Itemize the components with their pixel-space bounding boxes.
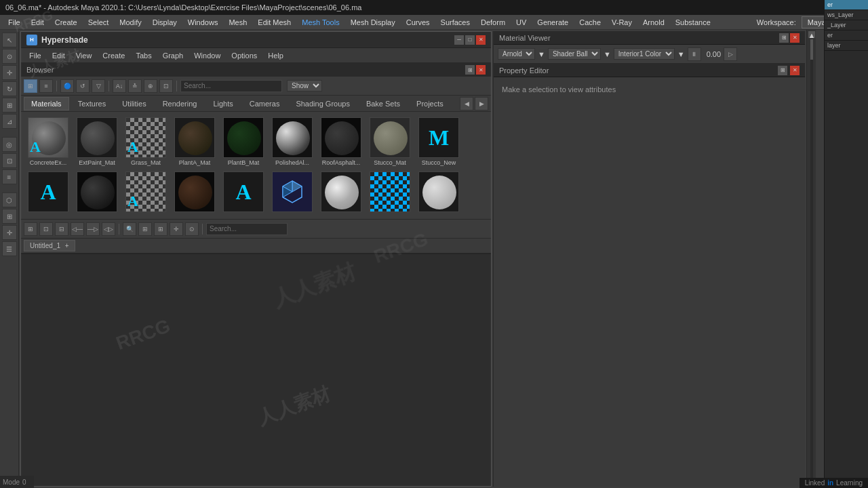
tab-materials[interactable]: Materials	[24, 97, 69, 110]
rotate-tool-btn[interactable]: ↻	[2, 81, 17, 96]
graph-search-input[interactable]	[206, 223, 288, 235]
create-material-btn[interactable]: 🔵	[60, 79, 74, 93]
material-item-stucco-new[interactable]: M Stucco_New	[414, 115, 463, 169]
hs-menu-file[interactable]: File	[24, 50, 47, 61]
channel-box-item-4[interactable]: layer	[825, 41, 868, 51]
shelf-btn[interactable]: ⊞	[2, 209, 17, 224]
material-item-plantb[interactable]: PlantB_Mat	[219, 115, 268, 169]
tab-textures[interactable]: Textures	[71, 97, 114, 110]
material-item-r2-6[interactable]	[268, 169, 317, 216]
hs-menu-help[interactable]: Help	[262, 50, 289, 61]
material-item-roofasphalt[interactable]: RoofAsphalt...	[317, 115, 366, 169]
hs-minimize-btn[interactable]: ─	[454, 35, 464, 45]
menu-select[interactable]: Select	[83, 17, 115, 28]
hs-menu-create[interactable]: Create	[97, 50, 130, 61]
menu-surfaces[interactable]: Surfaces	[435, 17, 475, 28]
material-item-r2-1[interactable]: A	[24, 169, 73, 216]
browser-scroll-right[interactable]: ▶	[475, 97, 488, 110]
reload-btn[interactable]: ↺	[76, 79, 90, 93]
hs-maximize-btn[interactable]: □	[465, 35, 475, 45]
property-close-btn[interactable]: ✕	[790, 66, 800, 75]
graph-tab-add[interactable]: +	[65, 242, 69, 249]
view-icons-btn[interactable]: ⊞	[24, 79, 37, 93]
tab-shading-groups[interactable]: Shading Groups	[288, 97, 357, 110]
browser-float-btn[interactable]: ⊞	[465, 65, 475, 75]
material-item-r2-4[interactable]	[170, 169, 219, 216]
viewer-float-btn[interactable]: ⊞	[779, 33, 789, 43]
snap2-btn[interactable]: ⊡	[159, 79, 173, 93]
channel-box-item-3[interactable]: er	[825, 30, 868, 41]
nodes-btn[interactable]: ✛	[170, 222, 183, 236]
menu-file[interactable]: File	[3, 17, 26, 28]
shading-mode-select[interactable]: Shader Ball	[548, 48, 601, 60]
browser-search-input[interactable]	[180, 80, 282, 92]
list-btn[interactable]: ☰	[2, 241, 17, 256]
material-item-r2-7[interactable]	[317, 169, 366, 216]
tab-lights[interactable]: Lights	[205, 97, 240, 110]
channel-box-item-2[interactable]: _Layer	[825, 20, 868, 30]
tab-bake-sets[interactable]: Bake Sets	[359, 97, 408, 110]
menu-curves[interactable]: Curves	[401, 17, 435, 28]
node-editor-btn[interactable]: ⬡	[2, 192, 17, 207]
outliner-btn[interactable]: ≡	[2, 169, 17, 184]
hs-menu-view[interactable]: View	[71, 50, 98, 61]
hs-menu-window[interactable]: Window	[189, 50, 226, 61]
material-item-grass[interactable]: A Grass_Mat	[121, 115, 170, 169]
connect-btn[interactable]: ⊙	[185, 222, 199, 236]
expand-btn[interactable]: A↓	[113, 79, 126, 93]
fit-selected-btn[interactable]: ⊡	[39, 222, 53, 236]
menu-mesh-display[interactable]: Mesh Display	[345, 17, 401, 28]
scale-tool-btn[interactable]: ⊞	[2, 98, 17, 113]
snap-btn[interactable]: ⊡	[2, 153, 17, 168]
grid-btn[interactable]: ⊞	[154, 222, 167, 236]
material-item-polished[interactable]: PolishedAl...	[268, 115, 317, 169]
node-graph-canvas[interactable]: RRCG 人人素材	[21, 253, 491, 486]
material-item-concrete[interactable]: A ConcreteEx...	[24, 115, 73, 169]
add-btn[interactable]: ✛	[2, 225, 17, 240]
menu-mesh[interactable]: Mesh	[223, 17, 252, 28]
zoom-select-btn[interactable]: 🔍	[123, 222, 136, 236]
browser-close-btn[interactable]: ✕	[476, 65, 486, 75]
frame-btn[interactable]: ⊟	[55, 222, 68, 236]
graph-tab-untitled[interactable]: Untitled_1 +	[24, 240, 75, 251]
fit-all-btn[interactable]: ⊞	[24, 222, 37, 236]
view-list-btn[interactable]: ≡	[39, 79, 53, 93]
menu-mesh-tools[interactable]: Mesh Tools	[296, 17, 344, 28]
material-item-planta[interactable]: PlantA_Mat	[170, 115, 219, 169]
material-item-r2-2[interactable]	[73, 169, 121, 216]
material-item-stucco[interactable]: Stucco_Mat	[366, 115, 414, 169]
property-float-btn[interactable]: ⊞	[778, 66, 787, 75]
tab-utilities[interactable]: Utilities	[115, 97, 153, 110]
layout-btn[interactable]: ⊞	[138, 222, 152, 236]
menu-modify[interactable]: Modify	[114, 17, 146, 28]
hs-menu-tabs[interactable]: Tabs	[130, 50, 157, 61]
menu-substance[interactable]: Substance	[670, 17, 716, 28]
scroll-up-btn[interactable]: ▲	[808, 31, 815, 38]
material-item-r2-9[interactable]	[414, 169, 463, 216]
scroll-thumb[interactable]	[810, 39, 813, 60]
hs-menu-options[interactable]: Options	[226, 50, 262, 61]
menu-generate[interactable]: Generate	[532, 17, 574, 28]
menu-windows[interactable]: Windows	[182, 17, 224, 28]
browser-scroll-left[interactable]: ◀	[460, 97, 473, 110]
input-connections-btn[interactable]: ◁—	[71, 222, 84, 236]
material-item-r2-3[interactable]: A	[121, 169, 170, 216]
pause-render-btn[interactable]: ⏸	[688, 47, 701, 61]
filter-btn[interactable]: ▽	[92, 79, 105, 93]
material-item-extpaint[interactable]: ExtPaint_Mat	[73, 115, 121, 169]
hs-close-btn[interactable]: ✕	[476, 35, 486, 45]
material-item-r2-5[interactable]: A	[219, 169, 268, 216]
menu-display[interactable]: Display	[147, 17, 182, 28]
menu-edit[interactable]: Edit	[26, 17, 50, 28]
render-options-btn[interactable]: ▷	[724, 47, 737, 61]
soft-select-btn[interactable]: ◎	[2, 137, 17, 152]
menu-uv[interactable]: UV	[511, 17, 532, 28]
menu-arnold[interactable]: Arnold	[637, 17, 670, 28]
menu-edit-mesh[interactable]: Edit Mesh	[252, 17, 296, 28]
material-item-r2-8[interactable]	[366, 169, 414, 216]
tab-projects[interactable]: Projects	[409, 97, 451, 110]
transform-tool-btn[interactable]: ⊿	[2, 114, 17, 129]
sort-btn[interactable]: ≛	[128, 79, 142, 93]
color-select[interactable]: Interior1 Color	[614, 48, 675, 60]
hs-menu-graph[interactable]: Graph	[157, 50, 189, 61]
